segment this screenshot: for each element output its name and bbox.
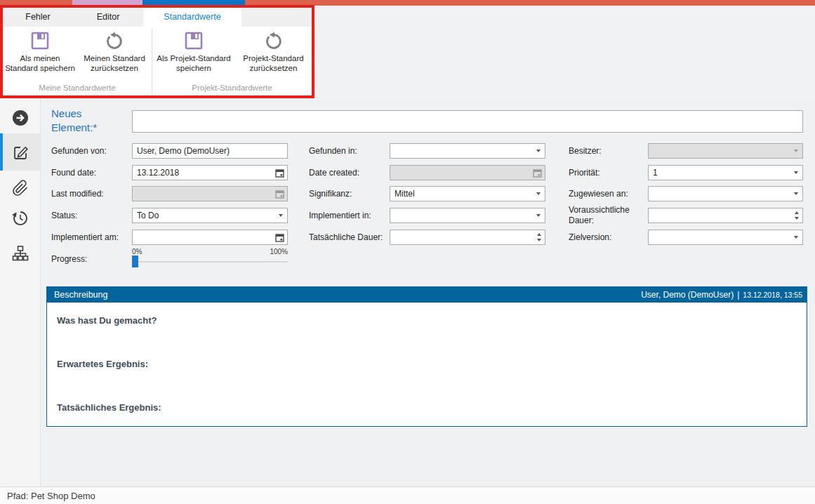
save-my-default-button[interactable]: Als meinen Standard speichern xyxy=(3,27,77,84)
save-project-default-label: Als Projekt-Standard speichern xyxy=(152,53,235,73)
sidebar-item-hierarchy[interactable] xyxy=(0,237,40,270)
tab-standardwerte[interactable]: Standardwerte xyxy=(143,8,241,27)
calendar-icon[interactable] xyxy=(272,166,287,180)
progress-max-label: 100% xyxy=(267,248,288,256)
dropdown-arrow-icon[interactable] xyxy=(790,166,802,180)
found-date-input[interactable] xyxy=(132,165,288,180)
progress-slider-track[interactable] xyxy=(132,261,288,263)
tab-editor[interactable]: Editor xyxy=(73,8,143,27)
signifikanz-value: Mittel xyxy=(390,189,532,199)
implementiert-in-combobox[interactable] xyxy=(390,208,545,223)
implementiert-am-input[interactable] xyxy=(132,230,288,245)
spinner-buttons[interactable] xyxy=(534,230,545,244)
calendar-icon xyxy=(529,166,545,180)
ribbon-tabstrip: Fehler Editor Standardwerte xyxy=(3,8,312,27)
date-created-label: Date created: xyxy=(309,168,359,178)
gefunden-in-label: Gefunden in: xyxy=(309,146,357,157)
description-meta-separator: | xyxy=(737,290,739,300)
calendar-icon[interactable] xyxy=(272,230,287,244)
save-icon xyxy=(183,30,204,51)
description-section-heading: Was hast Du gemacht? xyxy=(57,315,797,326)
edit-icon xyxy=(11,143,29,161)
sidebar-item-attachments[interactable] xyxy=(0,173,40,204)
description-meta-date: 13.12.2018, 13:55 xyxy=(743,291,802,299)
besitzer-label: Besitzer: xyxy=(569,146,602,157)
progress-slider-thumb[interactable] xyxy=(132,256,138,267)
ribbon-group-projekt-standardwerte: Als Projekt-Standard speichern Projekt-S… xyxy=(152,27,312,95)
progress-min-label: 0% xyxy=(132,248,142,256)
dropdown-arrow-icon[interactable] xyxy=(532,144,545,158)
status-combobox[interactable]: To Do xyxy=(132,208,288,223)
arrow-circle-right-icon xyxy=(11,109,29,127)
app-window: Fehler Editor Standardwerte Als meinen S… xyxy=(0,0,815,504)
new-element-label: Neues Element:* xyxy=(51,107,121,135)
reset-icon xyxy=(263,30,284,51)
spin-up-icon[interactable] xyxy=(537,233,541,236)
sidebar-item-history[interactable] xyxy=(0,203,40,234)
implementiert-in-label: Implementiert in: xyxy=(309,211,371,221)
date-created-input xyxy=(390,165,545,180)
description-editor[interactable]: Was hast Du gemacht? Erwartetes Ergebnis… xyxy=(47,303,807,413)
voraussichtliche-dauer-spinner[interactable] xyxy=(648,208,803,223)
prioritaet-value: 1 xyxy=(649,168,790,178)
description-header: Beschreibung User, Demo (DemoUser) | 13.… xyxy=(47,287,807,303)
sidebar xyxy=(0,98,41,486)
dropdown-arrow-icon[interactable] xyxy=(790,187,802,201)
ribbon: Fehler Editor Standardwerte Als meinen S… xyxy=(3,8,312,95)
gefunden-von-value[interactable] xyxy=(133,146,287,156)
sidebar-item-edit[interactable] xyxy=(0,133,40,171)
spin-down-icon[interactable] xyxy=(537,239,541,241)
ribbon-group-label: Meine Standardwerte xyxy=(3,84,152,95)
description-meta: User, Demo (DemoUser) | 13.12.2018, 13:5… xyxy=(641,290,802,300)
prioritaet-label: Priorität: xyxy=(569,168,600,178)
save-my-default-label: Als meinen Standard speichern xyxy=(3,53,77,73)
history-icon xyxy=(11,209,29,227)
signifikanz-label: Signifikanz: xyxy=(309,189,352,199)
last-modified-label: Last modified: xyxy=(51,189,104,199)
reset-my-default-label: Meinen Standard zurücksetzen xyxy=(77,53,152,73)
tab-fehler[interactable]: Fehler xyxy=(3,8,73,27)
status-label: Status: xyxy=(51,211,77,221)
sidebar-item-navigate[interactable] xyxy=(0,102,40,133)
dropdown-arrow-icon[interactable] xyxy=(532,187,545,201)
zugewiesen-an-combobox[interactable] xyxy=(648,186,803,201)
found-date-label: Found date: xyxy=(51,168,96,178)
signifikanz-combobox[interactable]: Mittel xyxy=(390,186,545,201)
gefunden-in-combobox[interactable] xyxy=(390,143,545,159)
spinner-buttons[interactable] xyxy=(791,208,802,223)
reset-my-default-button[interactable]: Meinen Standard zurücksetzen xyxy=(77,27,152,84)
standardwerte-tab-accent xyxy=(143,0,245,6)
spin-down-icon[interactable] xyxy=(795,217,799,220)
voraussichtliche-dauer-label: Voraussichtliche Dauer: xyxy=(569,205,644,226)
ribbon-group-buttons: Als Projekt-Standard speichern Projekt-S… xyxy=(152,27,312,84)
zielversion-combobox[interactable] xyxy=(648,230,803,245)
window-title-accent-bar xyxy=(0,0,815,6)
reset-project-default-label: Projekt-Standard zurücksetzen xyxy=(235,53,312,73)
reset-icon xyxy=(104,30,125,51)
prioritaet-combobox[interactable]: 1 xyxy=(648,165,803,180)
status-bar: Pfad: Pet Shop Demo xyxy=(0,486,815,504)
ribbon-group-buttons: Als meinen Standard speichern Meinen Sta… xyxy=(3,27,152,84)
description-section-heading: Erwartetes Ergebnis: xyxy=(57,359,797,369)
last-modified-input xyxy=(132,186,288,201)
save-icon xyxy=(29,30,51,51)
spin-up-icon[interactable] xyxy=(795,211,799,214)
dropdown-arrow-icon[interactable] xyxy=(532,208,545,223)
path-text: Pfad: Pet Shop Demo xyxy=(7,491,95,501)
new-element-value[interactable] xyxy=(133,117,802,126)
description-title: Beschreibung xyxy=(54,290,107,300)
reset-project-default-button[interactable]: Projekt-Standard zurücksetzen xyxy=(235,27,312,84)
gefunden-von-input[interactable] xyxy=(132,143,288,159)
tatsaechliche-dauer-spinner[interactable] xyxy=(390,230,545,245)
dropdown-arrow-icon[interactable] xyxy=(274,208,287,223)
implementiert-am-value[interactable] xyxy=(133,232,272,242)
new-element-input[interactable] xyxy=(132,110,803,133)
dropdown-arrow-icon[interactable] xyxy=(790,230,802,244)
found-date-value[interactable] xyxy=(133,168,272,178)
date-created-value xyxy=(390,168,529,178)
save-project-default-button[interactable]: Als Projekt-Standard speichern xyxy=(152,27,235,84)
ribbon-group-meine-standardwerte: Als meinen Standard speichern Meinen Sta… xyxy=(3,27,152,95)
description-panel: Beschreibung User, Demo (DemoUser) | 13.… xyxy=(46,286,807,427)
description-meta-user: User, Demo (DemoUser) xyxy=(641,290,734,300)
besitzer-combobox xyxy=(648,143,803,159)
